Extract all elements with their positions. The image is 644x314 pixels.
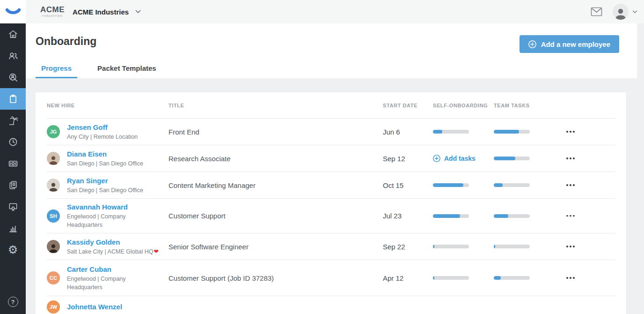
add-tasks-link[interactable]: Add tasks bbox=[433, 155, 494, 162]
ellipsis-icon bbox=[566, 215, 568, 217]
team-tasks-progress[interactable] bbox=[494, 214, 530, 218]
photo-silhouette bbox=[48, 155, 59, 165]
sidebar-item-performance[interactable] bbox=[0, 196, 26, 217]
employee-name-link[interactable]: Kassidy Golden bbox=[67, 238, 159, 247]
row-actions-menu[interactable] bbox=[565, 181, 576, 189]
employee-title: Customer Support bbox=[168, 212, 383, 220]
onboarding-table-card: NEW HIRE TITLE START DATE SELF-ONBOARDIN… bbox=[36, 92, 626, 314]
sidebar-item-help[interactable]: ? bbox=[0, 292, 26, 311]
table-row: JG Jensen Goff Any City | Remote Locatio… bbox=[47, 119, 615, 145]
sidebar-item-employee-search[interactable] bbox=[0, 67, 26, 88]
sidebar-item-payroll[interactable] bbox=[0, 153, 26, 174]
employee-name-link[interactable]: Carter Cuban bbox=[67, 265, 159, 274]
user-avatar[interactable] bbox=[613, 4, 629, 20]
employee-name-link[interactable]: Diana Eisen bbox=[67, 150, 143, 159]
employee-name-link[interactable]: Johnetta Wenzel bbox=[67, 302, 122, 312]
self-onboarding-progress[interactable] bbox=[433, 245, 469, 248]
tab-progress[interactable]: Progress bbox=[36, 64, 77, 78]
employee-location: Engelwood | Company Headquarters bbox=[67, 212, 159, 229]
self-onboarding-progress[interactable] bbox=[433, 183, 469, 187]
mail-icon bbox=[591, 7, 602, 16]
start-date: Jun 6 bbox=[383, 128, 433, 136]
employee-title: Research Associate bbox=[168, 155, 383, 163]
table-row: Ryan Singer San Diego | San Diego Office… bbox=[47, 172, 615, 199]
tab-packet-templates[interactable]: Packet Templates bbox=[92, 64, 162, 78]
table-row: SH Savannah Howard Engelwood | Company H… bbox=[47, 199, 615, 233]
column-header-start-date: START DATE bbox=[383, 103, 433, 108]
time-off-palm-icon bbox=[7, 115, 19, 126]
team-tasks-progress[interactable] bbox=[494, 183, 530, 187]
row-actions-menu[interactable] bbox=[565, 274, 576, 282]
employee-title: Senior Software Engineer bbox=[168, 243, 383, 251]
ellipsis-icon bbox=[566, 184, 568, 186]
company-selector[interactable]: ACME Industries bbox=[73, 8, 129, 16]
row-actions-menu[interactable] bbox=[565, 243, 576, 250]
ellipsis-icon bbox=[566, 277, 568, 279]
company-selector-dropdown[interactable] bbox=[135, 10, 141, 14]
sidebar-item-time-tracking[interactable] bbox=[0, 131, 26, 153]
avatar-photo[interactable] bbox=[47, 152, 60, 165]
ellipsis-icon bbox=[566, 246, 568, 247]
avatar[interactable]: JG bbox=[47, 125, 60, 138]
app-logo[interactable] bbox=[0, 0, 26, 23]
main-content: Onboarding Add a new employee Progress P… bbox=[26, 0, 644, 314]
add-employee-button[interactable]: Add a new employee bbox=[520, 35, 619, 53]
team-tasks-progress[interactable] bbox=[494, 276, 530, 280]
self-onboarding-progress[interactable] bbox=[433, 276, 469, 280]
row-actions-menu[interactable] bbox=[565, 128, 576, 135]
start-date: Sep 12 bbox=[383, 155, 433, 163]
onboarding-clipboard-icon bbox=[7, 93, 19, 105]
team-tasks-progress[interactable] bbox=[494, 157, 530, 160]
performance-certificate-icon bbox=[7, 201, 19, 212]
avatar-photo[interactable] bbox=[47, 240, 60, 253]
team-tasks-progress[interactable] bbox=[494, 245, 530, 248]
sidebar-item-time-off[interactable] bbox=[0, 110, 26, 131]
chevron-down-icon bbox=[135, 10, 141, 14]
column-header-team-tasks: TEAM TASKS bbox=[494, 103, 555, 108]
employee-title: Front End bbox=[168, 128, 383, 136]
ellipsis-icon bbox=[566, 157, 568, 159]
company-logo-subtext: industries bbox=[40, 15, 65, 18]
self-onboarding-progress[interactable] bbox=[433, 130, 469, 134]
payroll-money-icon bbox=[7, 158, 19, 169]
user-menu-dropdown[interactable] bbox=[632, 10, 637, 14]
files-icon bbox=[7, 179, 19, 191]
plus-circle-icon bbox=[528, 40, 536, 48]
row-actions-menu[interactable] bbox=[565, 155, 576, 162]
sidebar-item-files[interactable] bbox=[0, 174, 26, 196]
employee-name-link[interactable]: Savannah Howard bbox=[67, 202, 159, 212]
team-tasks-progress[interactable] bbox=[494, 130, 530, 134]
table-row: CC Carter Cuban Engelwood | Company Head… bbox=[47, 260, 615, 296]
employee-name-link[interactable]: Ryan Singer bbox=[67, 176, 143, 186]
sidebar-item-home[interactable] bbox=[0, 23, 26, 45]
employee-name-link[interactable]: Jensen Goff bbox=[67, 123, 138, 132]
sidebar-item-settings[interactable]: ⚙ bbox=[0, 239, 26, 261]
add-employee-button-label: Add a new employee bbox=[541, 40, 610, 48]
avatar[interactable]: JW bbox=[47, 300, 60, 314]
self-onboarding-progress[interactable] bbox=[433, 214, 469, 218]
sidebar-item-people[interactable] bbox=[0, 45, 26, 67]
avatar-photo[interactable] bbox=[47, 179, 60, 192]
avatar[interactable]: CC bbox=[47, 271, 60, 284]
sidebar: ⚙ ? bbox=[0, 0, 26, 314]
ellipsis-icon bbox=[566, 131, 568, 133]
user-photo-silhouette bbox=[614, 7, 628, 20]
table-row: JW Johnetta Wenzel bbox=[47, 296, 615, 314]
employee-location: San Diego | San Diego Office bbox=[67, 159, 143, 168]
column-header-new-hire: NEW HIRE bbox=[47, 103, 168, 108]
employee-location: San Diego | San Diego Office bbox=[67, 186, 143, 194]
photo-silhouette bbox=[48, 243, 59, 253]
sidebar-item-onboarding[interactable] bbox=[0, 88, 26, 110]
inbox-button[interactable] bbox=[591, 7, 602, 16]
sidebar-item-reports[interactable] bbox=[0, 217, 26, 239]
row-actions-menu[interactable] bbox=[565, 212, 576, 220]
topbar: ACME industries ACME Industries bbox=[26, 0, 644, 23]
clock-icon bbox=[7, 136, 19, 148]
avatar[interactable]: SH bbox=[47, 209, 60, 223]
swoosh-logo-icon bbox=[4, 6, 22, 18]
employee-location: Any City | Remote Location bbox=[67, 133, 138, 141]
page-header: Onboarding Add a new employee Progress P… bbox=[26, 23, 637, 78]
start-date: Sep 22 bbox=[383, 243, 433, 251]
start-date: Oct 15 bbox=[383, 181, 433, 189]
company-logo: ACME industries bbox=[40, 6, 65, 18]
